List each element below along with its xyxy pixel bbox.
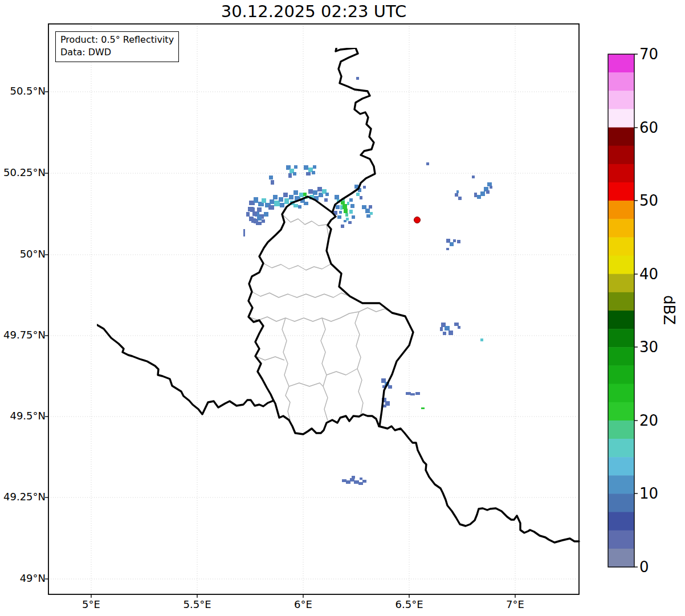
colorbar-tick-label: 10 <box>639 485 674 502</box>
colorbar-tick-label: 0 <box>639 558 674 576</box>
y-tick-label: 50°N <box>0 248 47 260</box>
colorbar-tick-label: 20 <box>639 412 674 429</box>
y-tick-label: 49.25°N <box>0 491 47 503</box>
map-svg <box>0 0 685 616</box>
colorbar-tick-label: 60 <box>639 119 674 136</box>
colorbar-tick-label: 50 <box>639 192 674 209</box>
colorbar-tick-label: 70 <box>639 46 674 63</box>
y-tick-label: 49°N <box>0 572 47 584</box>
info-source: Data: DWD <box>60 46 174 59</box>
radar-figure: 30.12.2025 02:23 UTC Product: 0.5° Refle… <box>0 0 685 616</box>
x-tick-label: 5.5°E <box>172 598 223 610</box>
canton-borders <box>248 214 392 421</box>
x-tick-label: 7°E <box>490 598 541 610</box>
info-box: Product: 0.5° Reflectivity Data: DWD <box>55 31 179 62</box>
range-edge-wedge <box>48 585 58 594</box>
colorbar-axis-label: dBZ <box>660 287 678 333</box>
plot-title: 30.12.2025 02:23 UTC <box>48 2 579 21</box>
gridlines <box>48 24 579 594</box>
y-tick-label: 49.5°N <box>0 410 47 422</box>
axis-ticks <box>45 92 515 598</box>
radar-site-marker <box>414 217 421 223</box>
map-content <box>48 24 579 594</box>
radar-echoes <box>48 77 492 485</box>
colorbar-tick-label: 30 <box>639 338 674 356</box>
colorbar-tick-label: 40 <box>639 266 674 283</box>
y-tick-label: 49.75°N <box>0 329 47 341</box>
x-tick-label: 6°E <box>278 598 329 610</box>
axes-frame <box>48 24 579 594</box>
y-tick-label: 50.5°N <box>0 85 47 97</box>
info-product: Product: 0.5° Reflectivity <box>60 34 174 46</box>
colorbar <box>608 54 638 568</box>
national-borders <box>48 24 579 542</box>
x-tick-label: 5°E <box>66 598 117 610</box>
y-tick-label: 50.25°N <box>0 166 47 178</box>
x-tick-label: 6.5°E <box>384 598 435 610</box>
